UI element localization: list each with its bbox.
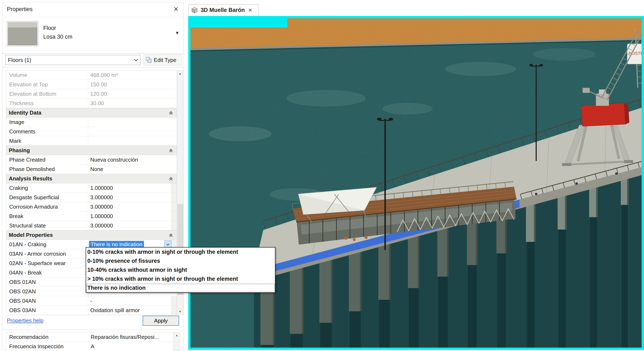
pile-shade: [627, 177, 629, 205]
property-value-cell[interactable]: 3.000000: [88, 193, 171, 202]
property-label: Phase Demolished: [6, 165, 88, 174]
property-value-cell[interactable]: 30.00: [88, 99, 177, 108]
property-value-cell[interactable]: 1.000000: [88, 212, 171, 221]
pile-shade: [418, 234, 420, 288]
section-collapse-icon[interactable]: [168, 233, 174, 238]
combo-dropdown-list: 0-10% cracks with armor in sight or thro…: [86, 247, 276, 293]
type-name: Losa 30 cm: [43, 34, 72, 40]
property-value-cell[interactable]: 3.000000: [88, 202, 171, 211]
panel-title: Properties: [7, 6, 32, 13]
property-row: Phase DemolishedNone: [6, 165, 177, 174]
property-value-cell[interactable]: [88, 118, 177, 127]
panel-separator: [2, 330, 183, 330]
pier-pile[interactable]: [349, 250, 362, 311]
panel-titlebar: Properties ✕: [2, 2, 183, 17]
section-label: Phasing: [6, 147, 30, 154]
pile-reflection: [409, 286, 419, 348]
property-label: OBS 01AN: [6, 277, 88, 287]
property-row: Image: [6, 118, 177, 127]
property-row: Phase CreatedNueva construcción: [6, 155, 177, 165]
section-header-row: Phasing: [6, 146, 177, 155]
property-value-cell[interactable]: 1.000000: [88, 183, 171, 193]
property-value-cell[interactable]: 120.00: [88, 89, 177, 99]
property-label: Elevation at Top: [6, 80, 88, 89]
family-name: Floor: [43, 25, 56, 31]
property-row: Elevation at Top150.00: [6, 80, 177, 89]
value-aux-button[interactable]: [171, 306, 177, 315]
value-aux-button[interactable]: [171, 193, 177, 202]
pile-reflection: [527, 240, 535, 348]
pile-shade: [389, 242, 391, 300]
pile-shade: [565, 194, 567, 230]
section-collapse-icon[interactable]: [168, 176, 174, 181]
property-label: 04AN - Break: [6, 268, 88, 277]
extra-grid-scrollbar[interactable]: ▲: [174, 332, 180, 351]
section-collapse-icon[interactable]: [168, 110, 174, 115]
value-aux-button[interactable]: [171, 221, 177, 230]
pile-reflection: [558, 228, 566, 348]
value-aux-button[interactable]: [171, 183, 177, 193]
chevron-down-icon: [134, 59, 138, 62]
property-value-cell[interactable]: None: [88, 165, 177, 174]
property-value-cell[interactable]: [88, 127, 177, 136]
property-label: OBS 02AN: [6, 287, 88, 296]
dropdown-option[interactable]: There is no indication: [86, 283, 275, 292]
pier-pile[interactable]: [290, 266, 304, 334]
property-value-cell[interactable]: Reparación fisuras/Reposi...: [88, 334, 173, 340]
property-row: Comments: [6, 127, 177, 136]
property-row: Break1.000000: [6, 212, 177, 221]
property-label: 02AN - Superface wear: [6, 259, 88, 268]
type-selector-dropdown-icon[interactable]: ▼: [175, 30, 180, 36]
tab-3d-view[interactable]: 3D Muelle Barón ✕: [188, 4, 259, 16]
selection-filter-value: Floors (1): [6, 57, 134, 63]
property-label: Break: [6, 212, 88, 221]
value-aux-button[interactable]: [171, 212, 177, 221]
property-label: OBS 03AN: [6, 306, 88, 315]
property-value-cell[interactable]: 468.090 m³: [88, 71, 177, 80]
property-label: Elevation at Bottom: [6, 89, 88, 99]
property-label: Frecuencia Inspección: [6, 342, 88, 351]
property-label: Desgaste Superficial: [6, 193, 88, 202]
viewport-3d-canvas[interactable]: POSTE: [188, 16, 644, 350]
property-value-cell[interactable]: 3.000000: [88, 221, 171, 230]
pier-pile[interactable]: [437, 226, 449, 277]
type-selector[interactable]: Floor Losa 30 cm ▼: [2, 17, 183, 54]
edit-type-icon: [146, 57, 152, 63]
scrollbar-down-button[interactable]: ▼: [177, 308, 183, 315]
apply-button[interactable]: Apply: [143, 316, 179, 326]
property-label: 01AN - Craking: [6, 240, 88, 249]
property-row: Volume468.090 m³: [6, 71, 177, 80]
scrollbar-up-button[interactable]: ▲: [177, 71, 183, 77]
pier-pile[interactable]: [378, 242, 391, 300]
properties-help-link[interactable]: Properties help: [7, 317, 44, 324]
property-value-cell[interactable]: A: [88, 343, 173, 350]
selection-filter-combo[interactable]: Floors (1): [5, 55, 141, 65]
dropdown-option[interactable]: 10-40% cracks without armor in sight: [86, 265, 275, 274]
pier-pile[interactable]: [320, 258, 333, 323]
value-aux-button[interactable]: [171, 296, 177, 305]
type-preview-swatch: [8, 22, 38, 27]
property-row: RecomendaciónReparación fisuras/Reposi..…: [6, 332, 173, 342]
property-value-cell[interactable]: Oxidation spill armor: [88, 306, 171, 315]
section-header-row: Analysis Results: [6, 174, 177, 183]
pile-reflection: [590, 216, 597, 348]
property-value-cell[interactable]: -: [88, 296, 171, 305]
panel-close-button[interactable]: ✕: [172, 5, 180, 13]
tab-close-icon[interactable]: ✕: [248, 7, 252, 13]
pier-pile[interactable]: [408, 234, 420, 288]
type-preview-thumbnail: [7, 21, 38, 46]
dropdown-option[interactable]: 0-10% presence of fissures: [86, 256, 275, 265]
property-value-cell[interactable]: [88, 136, 177, 146]
crane-body: [581, 103, 626, 126]
property-value-cell[interactable]: Nueva construcción: [88, 155, 177, 164]
property-label: Structural state: [6, 221, 88, 230]
section-collapse-icon[interactable]: [168, 148, 174, 153]
edit-type-button[interactable]: Edit Type: [144, 55, 182, 66]
pile-shade: [534, 202, 536, 242]
dropdown-option[interactable]: > 10% cracks with armor in sight or thro…: [86, 274, 275, 283]
property-label: OBS 04AN: [6, 296, 88, 305]
section-label: Model Properties: [6, 232, 53, 238]
property-value-cell[interactable]: 150.00: [88, 80, 177, 89]
dropdown-option[interactable]: 0-10% cracks with armor in sight or thro…: [86, 247, 275, 256]
value-aux-button[interactable]: [171, 202, 177, 211]
